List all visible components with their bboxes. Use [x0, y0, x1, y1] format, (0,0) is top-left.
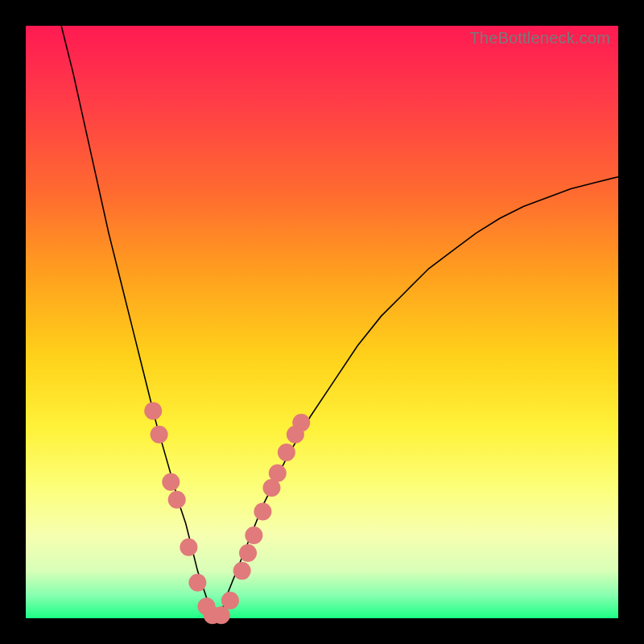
chart-stage: TheBottleneck.com — [0, 0, 644, 644]
curve-layer — [26, 26, 618, 618]
curve-marker — [292, 414, 310, 431]
curve-marker — [180, 539, 197, 556]
curve-marker — [188, 574, 206, 592]
curve-marker — [278, 444, 295, 461]
curve-marker — [239, 544, 257, 562]
bottleneck-curve — [61, 26, 618, 618]
curve-marker — [162, 473, 180, 491]
curve-marker — [213, 606, 230, 624]
curve-marker — [245, 526, 262, 544]
curve-marker — [151, 426, 168, 444]
curve-markers — [144, 402, 310, 624]
curve-marker — [144, 402, 162, 419]
plot-area: TheBottleneck.com — [26, 26, 618, 618]
curve-marker — [254, 503, 271, 521]
curve-marker — [221, 592, 239, 609]
curve-marker — [168, 491, 186, 509]
curve-marker — [269, 464, 287, 482]
curve-marker — [233, 562, 251, 580]
